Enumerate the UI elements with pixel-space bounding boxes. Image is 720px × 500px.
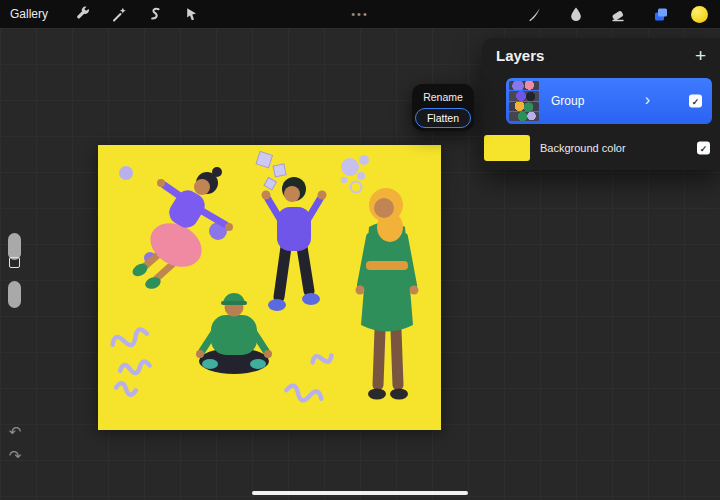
s-curve-icon xyxy=(147,6,163,22)
eraser-tool-icon[interactable] xyxy=(607,3,629,25)
illustration-character-jumping-man xyxy=(262,177,327,311)
layers-panel-icon[interactable] xyxy=(649,3,671,25)
top-toolbar: Gallery xyxy=(0,0,720,28)
layers-panel-header: Layers + xyxy=(482,38,720,72)
layer-row-group[interactable]: Group › ✓ xyxy=(506,78,712,124)
layer-row-background-color[interactable]: Background color ✓ xyxy=(482,132,720,164)
group-visibility-checkbox[interactable]: ✓ xyxy=(689,95,702,108)
wrench-icon xyxy=(75,6,91,22)
eraser-icon xyxy=(610,6,626,22)
group-thumbnail-strip xyxy=(509,81,539,121)
canvas-illustration xyxy=(98,145,441,430)
brush-opacity-slider[interactable] xyxy=(8,281,21,308)
procreate-app: Gallery xyxy=(0,0,720,500)
layers-icon xyxy=(652,6,669,23)
smudge-icon xyxy=(568,6,584,22)
layers-panel-title: Layers xyxy=(482,47,544,64)
sidebar-modify-button[interactable] xyxy=(9,257,20,268)
background-color-thumbnail[interactable] xyxy=(484,135,530,161)
background-layer-label: Background color xyxy=(540,142,626,154)
workspace: ↶ ↷ xyxy=(0,28,720,500)
background-visibility-checkbox[interactable]: ✓ xyxy=(697,142,710,155)
smudge-tool-icon[interactable] xyxy=(565,3,587,25)
flatten-menu-item[interactable]: Flatten xyxy=(415,108,471,128)
brush-icon xyxy=(526,6,542,22)
active-color-swatch[interactable] xyxy=(691,6,708,23)
toolbar-right-group xyxy=(523,3,720,25)
chevron-right-icon[interactable]: › xyxy=(645,92,650,108)
layer-thumbnail xyxy=(509,112,539,121)
paint-brush-icon[interactable] xyxy=(523,3,545,25)
brush-size-slider[interactable] xyxy=(8,233,21,260)
home-indicator[interactable] xyxy=(252,491,468,496)
layers-panel: Layers + Group › ✓ Background color ✓ xyxy=(482,38,720,170)
add-layer-button[interactable]: + xyxy=(695,46,720,65)
transform-arrow-icon[interactable] xyxy=(180,3,202,25)
gallery-button[interactable]: Gallery xyxy=(10,7,48,21)
rename-menu-item[interactable]: Rename xyxy=(415,88,471,108)
actions-wrench-icon[interactable] xyxy=(72,3,94,25)
cursor-arrow-icon xyxy=(183,6,199,22)
adjustments-wand-icon[interactable] xyxy=(108,3,130,25)
magic-wand-icon xyxy=(111,6,127,22)
artwork-canvas[interactable] xyxy=(98,145,441,430)
illustration-character-hijab-woman xyxy=(356,188,419,400)
layer-thumbnail xyxy=(509,81,539,90)
toolbar-left-group: Gallery xyxy=(0,3,202,25)
layer-thumbnail xyxy=(509,102,539,111)
redo-button[interactable]: ↷ xyxy=(6,448,24,463)
undo-button[interactable]: ↶ xyxy=(6,424,24,439)
group-layer-label: Group xyxy=(551,94,584,108)
layer-thumbnail xyxy=(509,91,539,100)
illustration-character-meditating-man xyxy=(196,293,272,374)
layer-context-menu: Rename Flatten xyxy=(412,84,474,131)
selection-s-icon[interactable] xyxy=(144,3,166,25)
